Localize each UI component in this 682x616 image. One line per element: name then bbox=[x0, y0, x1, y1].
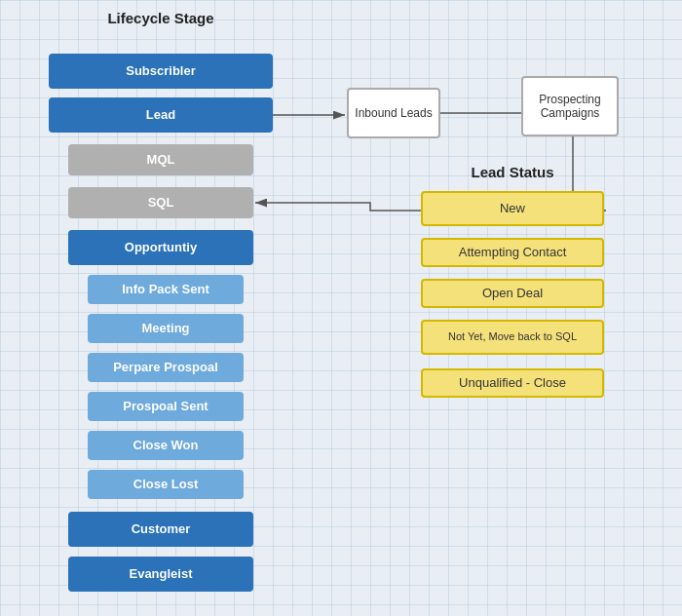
prospecting-campaigns-box: Prospecting Campaigns bbox=[521, 76, 619, 136]
new-box: New bbox=[421, 191, 604, 226]
not-yet-box: Not Yet, Move back to SQL bbox=[421, 320, 604, 355]
proposal-sent-box: Prospoal Sent bbox=[88, 392, 244, 421]
close-won-box: Close Won bbox=[88, 431, 244, 460]
customer-box: Customer bbox=[68, 512, 253, 547]
meeting-box: Meeting bbox=[88, 314, 244, 343]
inbound-leads-box: Inbound Leads bbox=[347, 88, 440, 138]
opportunity-box: Opportuntiy bbox=[68, 230, 253, 265]
prepare-proposal-box: Perpare Prospoal bbox=[88, 353, 244, 382]
open-deal-box: Open Deal bbox=[421, 279, 604, 308]
subscribler-box: Subscribler bbox=[49, 54, 273, 89]
sql-box: SQL bbox=[68, 187, 253, 218]
lifecycle-title: Lifecycle Stage bbox=[49, 10, 273, 26]
lead-status-title: Lead Status bbox=[421, 164, 604, 180]
lead-box: Lead bbox=[49, 97, 273, 133]
diagram-container: Lifecycle Stage Subscribler Lead MQL SQL… bbox=[0, 0, 682, 616]
attempting-contact-box: Attempting Contact bbox=[421, 238, 604, 267]
close-lost-box: Close Lost bbox=[88, 470, 244, 499]
info-pack-sent-box: Info Pack Sent bbox=[88, 275, 244, 304]
unqualified-box: Unqualified - Close bbox=[421, 368, 604, 398]
evangelist-box: Evangleist bbox=[68, 557, 253, 592]
mql-box: MQL bbox=[68, 144, 253, 175]
